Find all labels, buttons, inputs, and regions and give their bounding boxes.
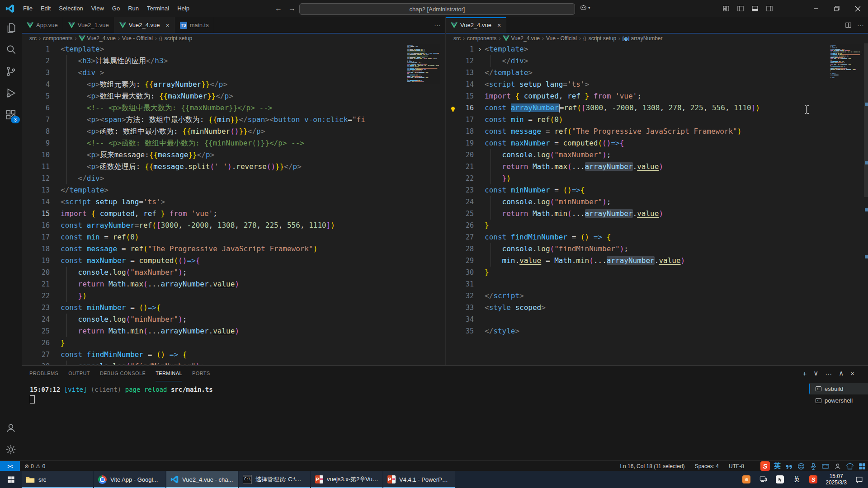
sogou-logo-icon[interactable]: S [760, 461, 770, 471]
status-item-utf8[interactable]: UTF-8 [729, 463, 744, 469]
taskbar-item-4[interactable]: C:\选择管理员: C:\Wi... [239, 471, 310, 488]
code-line-9[interactable]: 9 <!-- <p>函数: 数组中最小数为: {{minNumber()}}</… [22, 137, 445, 149]
code-line-25[interactable]: 25 return Math.min(...arrayNumber.value) [22, 325, 445, 337]
code-line-20[interactable]: 20 console.log("maxNumber"); [22, 267, 445, 278]
code-line-2[interactable]: 2 <h3>计算属性的应用</h3> [22, 55, 445, 67]
code-line-11[interactable]: 11 <p>函数处理后: {{message.split(' ').revers… [22, 161, 445, 173]
new-terminal-icon[interactable]: + [803, 370, 807, 377]
menu-file[interactable]: File [19, 0, 37, 17]
sogou-quotes-icon[interactable] [785, 462, 793, 470]
code-line-22[interactable]: 22 }) [22, 290, 445, 302]
taskbar-item-2[interactable]: Vite App - Googl... [94, 471, 165, 488]
tray-orange-app-icon[interactable] [742, 475, 751, 484]
code-line-18[interactable]: 18const message = ref("The Progressive J… [22, 243, 445, 255]
panel-tab-ports[interactable]: PORTS [192, 366, 210, 381]
code-line-21[interactable]: 21 return Math.max(...arrayNumber.value) [22, 278, 445, 290]
sogou-keyboard-icon[interactable] [821, 462, 830, 470]
code-line-31[interactable]: 31 [446, 278, 868, 290]
forward-arrow-icon[interactable]: → [288, 5, 296, 13]
code-editor[interactable]: 1<template>2 <h3>计算属性的应用</h3>3 <div >4 <… [22, 43, 445, 365]
activity-extensions-icon[interactable]: 3 [0, 104, 22, 126]
sogou-skin-icon[interactable] [846, 462, 854, 470]
tab-main.ts[interactable]: TSmain.ts [175, 17, 214, 33]
tray-language-indicator[interactable]: 英 [792, 475, 801, 484]
code-line-30[interactable]: 30} [446, 267, 868, 278]
code-line-8[interactable]: 8 <p>函数: 数组中最小数为: {{minNumber()}}</p> [22, 126, 445, 137]
tab-Vue2_4.vue[interactable]: Vue2_4.vue× [114, 17, 175, 33]
activity-accounts-icon[interactable] [0, 417, 22, 439]
customize-layout-icon[interactable] [722, 5, 730, 12]
menu-run[interactable]: Run [124, 0, 143, 17]
breadcrumb-item-components[interactable]: components [43, 35, 72, 42]
sogou-emoji-icon[interactable] [797, 462, 805, 470]
code-line-3[interactable]: 3 <div > [22, 67, 445, 79]
taskbar-clock[interactable]: 15:07 2025/3/3 [826, 473, 847, 486]
sogou-language-toggle[interactable]: 英 [774, 462, 781, 470]
activity-run-and-debug-icon[interactable] [0, 82, 22, 104]
minimap[interactable] [406, 44, 440, 84]
toggle-primary-sidebar-icon[interactable] [737, 5, 744, 12]
start-button[interactable] [0, 471, 22, 488]
close-tab-icon[interactable]: × [497, 22, 501, 29]
code-line-28[interactable]: 28 console.log("findMinNumber"); [446, 243, 868, 255]
taskbar-item-3[interactable]: Vue2_4.vue - cha... [166, 471, 238, 488]
menu-go[interactable]: Go [108, 0, 124, 17]
menu-terminal[interactable]: Terminal [143, 0, 173, 17]
more-icon[interactable]: ··· [857, 21, 864, 29]
code-line-28[interactable]: 28 console.log("findMinNumber"); [22, 361, 445, 365]
code-line-12[interactable]: 12 </div> [22, 173, 445, 184]
code-line-29[interactable]: 29 min.value = Math.min(...arrayNumber.v… [446, 255, 868, 267]
activity-explorer-icon[interactable] [0, 17, 22, 39]
breadcrumb-item-components[interactable]: components [467, 35, 496, 42]
menu-help[interactable]: Help [173, 0, 193, 17]
code-line-18[interactable]: 18const message = ref("The Progressive J… [446, 126, 868, 137]
code-line-26[interactable]: 26} [446, 220, 868, 231]
back-arrow-icon[interactable]: ← [275, 5, 282, 13]
code-line-23[interactable]: 23const minNumber = ()=>{ [446, 184, 868, 196]
code-line-24[interactable]: 24 console.log("minNumber"); [446, 196, 868, 208]
breadcrumb[interactable]: src›components›Vue2_4.vue›Vue - Official… [22, 33, 445, 43]
restore-button[interactable] [826, 0, 847, 17]
code-line-19[interactable]: 19const maxNumber = computed(()=>{ [22, 255, 445, 267]
panel-tab-debug-console[interactable]: DEBUG CONSOLE [100, 366, 146, 381]
toggle-secondary-sidebar-icon[interactable] [766, 5, 773, 12]
terminal-item-esbuild[interactable]: ›esbuild [809, 383, 868, 394]
code-line-33[interactable]: 33<style scoped> [446, 302, 868, 314]
code-line-15[interactable]: 15import { computed, ref } from 'vue'; [446, 90, 868, 102]
breadcrumb-item-Vue - Official[interactable]: Vue - Official [546, 35, 577, 42]
copilot-icon[interactable]: ▾ [580, 4, 590, 11]
code-line-22[interactable]: 22 }) [446, 173, 868, 184]
menu-view[interactable]: View [87, 0, 108, 17]
tray-sogou-mouse-icon[interactable] [775, 475, 784, 484]
taskbar-item-6[interactable]: PV4.4.1 - PowerPoi... [383, 471, 455, 488]
code-line-32[interactable]: 32</script> [446, 290, 868, 302]
launch-profile-icon[interactable]: ∨ [813, 369, 818, 377]
code-line-26[interactable]: 26} [22, 337, 445, 349]
code-line-6[interactable]: 6 <!-- <p>数组中最大数为: {{maxNumber}}</p> --> [22, 102, 445, 114]
command-center-search[interactable]: chap2 [Administrator] [299, 3, 575, 15]
scrollbar[interactable] [864, 43, 868, 197]
sogou-toolbox-icon[interactable] [858, 462, 866, 470]
taskbar-item-5[interactable]: Pvuejs3.x-第2章Vue... [311, 471, 382, 488]
tab-App.vue[interactable]: App.vue [22, 17, 63, 33]
code-line-35[interactable]: 35</style> [446, 325, 868, 337]
code-line-16[interactable]: 16const arrayNumber=ref([3000, -2000, 13… [22, 220, 445, 231]
notification-center-icon[interactable] [854, 475, 863, 484]
split-editor-icon[interactable] [845, 22, 852, 28]
taskbar-item-1[interactable]: src [22, 471, 93, 488]
code-line-14[interactable]: 14<script setup lang='ts'> [446, 79, 868, 90]
code-line-13[interactable]: 13</template> [22, 184, 445, 196]
tray-network-icon[interactable] [759, 475, 768, 484]
code-line-14[interactable]: 14<script setup lang='ts'> [22, 196, 445, 208]
code-line-34[interactable]: 34 [446, 314, 868, 325]
code-line-19[interactable]: 19const maxNumber = computed(()=>{ [446, 137, 868, 149]
remote-indicator[interactable]: >< [0, 461, 20, 471]
maximize-panel-icon[interactable]: ∧ [839, 369, 844, 377]
tray-sogou-s-icon[interactable]: S [809, 475, 818, 484]
menu-selection[interactable]: Selection [55, 0, 87, 17]
code-line-7[interactable]: 7 <p><span>方法: 数组中最小数为: {{min}}</span><b… [22, 114, 445, 126]
tab-Vue2_4.vue[interactable]: Vue2_4.vue× [446, 17, 506, 33]
close-tab-icon[interactable]: × [166, 22, 170, 29]
breadcrumb-item-script setup[interactable]: {}script setup [159, 35, 192, 42]
code-line-17[interactable]: 17const min = ref(0) [446, 114, 868, 126]
